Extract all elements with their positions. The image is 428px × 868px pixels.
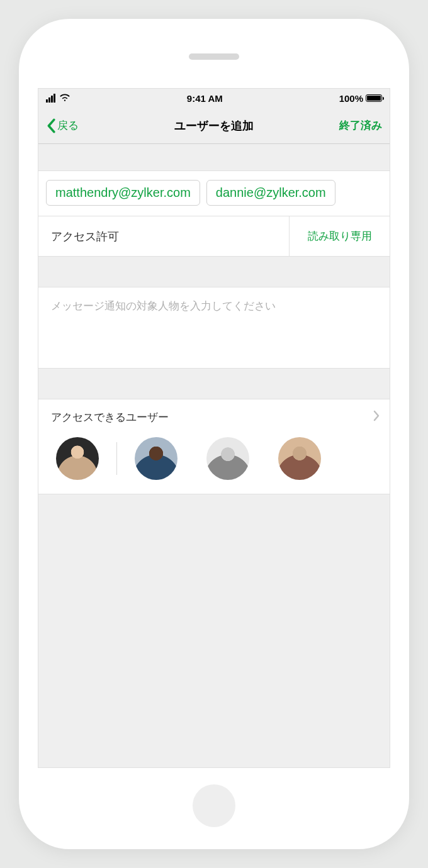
phone-speaker: [189, 53, 239, 60]
avatar[interactable]: [135, 437, 177, 480]
screen: 9:41 AM 100% 戻る ユーザーを追加 終了済み matthe: [38, 88, 390, 768]
status-bar: 9:41 AM 100%: [38, 89, 390, 108]
email-chip[interactable]: matthendry@zylker.com: [46, 180, 200, 206]
wifi-icon: [59, 93, 70, 104]
signal-icon: [46, 94, 55, 103]
spacer: [38, 257, 390, 287]
content-filler: [38, 494, 390, 767]
done-button[interactable]: 終了済み: [339, 118, 382, 133]
battery-icon: [366, 94, 382, 102]
avatars-row: [38, 435, 390, 494]
email-chips-section: matthendry@zylker.com dannie@zylker.com: [38, 170, 390, 216]
avatar[interactable]: [206, 437, 249, 480]
permission-row: アクセス許可 読み取り専用: [38, 216, 390, 257]
content: matthendry@zylker.com dannie@zylker.com …: [38, 144, 390, 767]
permission-label: アクセス許可: [51, 216, 289, 256]
avatar-divider: [116, 442, 117, 475]
chevron-left-icon: [46, 118, 56, 133]
back-label: 戻る: [57, 118, 79, 133]
home-button[interactable]: [193, 784, 235, 827]
email-chip[interactable]: dannie@zylker.com: [206, 180, 335, 206]
spacer: [38, 369, 390, 399]
status-time: 9:41 AM: [187, 93, 223, 104]
avatar[interactable]: [278, 437, 321, 480]
access-users-section: アクセスできるユーザー: [38, 399, 390, 494]
avatar[interactable]: [56, 437, 99, 480]
page-title: ユーザーを追加: [174, 118, 254, 133]
message-input[interactable]: [51, 300, 377, 313]
permission-value-button[interactable]: 読み取り専用: [289, 216, 390, 256]
status-left: [46, 93, 70, 104]
status-right: 100%: [339, 93, 382, 104]
access-users-header[interactable]: アクセスできるユーザー: [38, 399, 390, 435]
chevron-right-icon: [373, 410, 380, 424]
back-button[interactable]: 戻る: [46, 118, 79, 133]
spacer: [38, 144, 390, 170]
message-section: [38, 287, 390, 369]
nav-bar: 戻る ユーザーを追加 終了済み: [38, 108, 390, 144]
phone-frame: 9:41 AM 100% 戻る ユーザーを追加 終了済み matthe: [19, 19, 409, 849]
access-users-label: アクセスできるユーザー: [51, 410, 169, 425]
battery-percent: 100%: [339, 93, 363, 104]
